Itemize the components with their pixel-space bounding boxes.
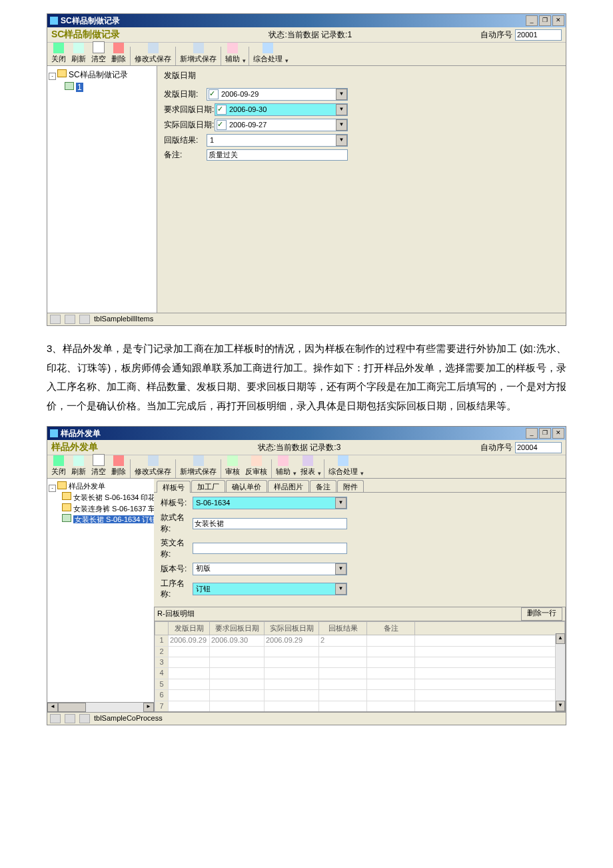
- grid-row[interactable]: 12006.09.292006.09.302006.09.292: [155, 635, 565, 646]
- statusbar: tblSamplebillItems: [47, 313, 566, 325]
- dropdown-icon[interactable]: ▼: [335, 497, 346, 509]
- check-icon[interactable]: [217, 105, 227, 115]
- tab-price[interactable]: 确认单价: [226, 480, 267, 492]
- return-detail-grid: 发版日期 要求回板日期 实际回板日期 回板结果 备注 12006.09.2920…: [154, 621, 566, 712]
- audit-tool[interactable]: 审核: [223, 455, 243, 478]
- grid-row[interactable]: 2: [155, 646, 565, 657]
- col-req-date[interactable]: 要求回板日期: [210, 622, 265, 635]
- actual-return-date-field[interactable]: 2006-09-27▼: [215, 119, 348, 131]
- grid-row[interactable]: 3: [155, 657, 565, 667]
- tree-item[interactable]: 女装长裙 S-06-1634 订钮: [49, 514, 155, 525]
- minimize-button[interactable]: _: [526, 15, 538, 26]
- save-edit-tool[interactable]: 修改式保存: [132, 455, 174, 478]
- tree-child[interactable]: 1: [49, 81, 155, 94]
- tree-root[interactable]: -SC样品制做记录: [49, 69, 155, 81]
- save-new-tool[interactable]: 新增式保存: [177, 455, 219, 478]
- titlebar[interactable]: SC样品制做记录 _ ❐ ✕: [47, 14, 566, 27]
- folder-icon: [57, 481, 67, 489]
- save-new-tool[interactable]: 新增式保存: [177, 43, 219, 65]
- tab-image[interactable]: 样品图片: [268, 480, 309, 492]
- titlebar[interactable]: 样品外发单 _ ❐ ✕: [47, 427, 566, 440]
- remark-field[interactable]: [207, 149, 348, 161]
- eng-name-field[interactable]: [193, 543, 347, 554]
- delete-tool[interactable]: 删除: [109, 43, 129, 65]
- aux-dropdown-icon[interactable]: [293, 467, 298, 478]
- grid-row[interactable]: 6: [155, 690, 565, 701]
- style-name-field[interactable]: [193, 518, 347, 529]
- tab-attach[interactable]: 附件: [337, 480, 364, 492]
- col-issue-date[interactable]: 发版日期: [169, 622, 210, 635]
- unaudit-tool[interactable]: 反审核: [243, 455, 270, 478]
- clear-tool[interactable]: 清空: [89, 454, 109, 478]
- app-icon: [50, 429, 58, 437]
- check-icon[interactable]: [217, 120, 227, 130]
- right-panel: 样板号 加工厂 确认单价 样品图片 备注 附件 样板号:S-06-1634▼ 款…: [154, 479, 566, 712]
- maximize-button[interactable]: ❐: [539, 428, 551, 439]
- tab-factory[interactable]: 加工厂: [191, 480, 225, 492]
- tree-root[interactable]: -样品外发单: [49, 481, 155, 492]
- issue-date-field[interactable]: 2006-09-29▼: [207, 88, 348, 101]
- check-icon[interactable]: [209, 89, 219, 99]
- dropdown-icon[interactable]: ▼: [336, 119, 347, 131]
- save-edit-tool[interactable]: 修改式保存: [132, 43, 174, 65]
- refresh-tool[interactable]: 刷新: [69, 455, 89, 478]
- close-tool[interactable]: 关闭: [49, 455, 69, 478]
- label-sample-no: 样板号:: [161, 497, 193, 509]
- process-name-field[interactable]: 订钮▼: [193, 583, 347, 595]
- label-req-date: 要求回版日期:: [164, 104, 215, 115]
- col-act-date[interactable]: 实际回板日期: [265, 622, 319, 635]
- delete-icon: [113, 43, 124, 53]
- grid-row[interactable]: 8: [155, 711, 565, 712]
- tree-panel: -样品外发单 女装长裙 S-06-1634 印花 女装连身裤 S-06-1637…: [47, 479, 157, 702]
- col-result[interactable]: 回板结果: [319, 622, 367, 635]
- refresh-tool[interactable]: 刷新: [69, 43, 89, 65]
- sample-no-field[interactable]: S-06-1634▼: [193, 497, 347, 509]
- tree-item[interactable]: 女装长裙 S-06-1634 印花: [49, 492, 155, 503]
- statusbar-icon: [79, 714, 90, 723]
- aux-tool[interactable]: 辅助: [223, 43, 243, 65]
- aux-dropdown-icon[interactable]: [243, 55, 247, 65]
- auto-seq-label: 自动序号: [480, 29, 512, 41]
- auto-seq-field[interactable]: [515, 29, 562, 41]
- report-dropdown-icon[interactable]: [318, 467, 322, 478]
- grid-vscrollbar[interactable]: ▲▼: [555, 633, 565, 711]
- grid-header-row: 发版日期 要求回板日期 实际回板日期 回板结果 备注: [155, 622, 565, 635]
- tab-sample-no[interactable]: 样板号: [157, 481, 191, 493]
- dropdown-icon[interactable]: ▼: [336, 135, 347, 146]
- grid-row[interactable]: 5: [155, 679, 565, 689]
- minimize-button[interactable]: _: [526, 428, 538, 439]
- delete-tool[interactable]: 删除: [109, 455, 129, 478]
- grid-row[interactable]: 4: [155, 668, 565, 679]
- folder-icon: [62, 492, 71, 500]
- tree-item[interactable]: 女装连身裤 S-06-1637 车花: [49, 503, 155, 514]
- close-button[interactable]: ✕: [552, 15, 564, 26]
- maximize-button[interactable]: ❐: [539, 15, 551, 26]
- grid-row[interactable]: 7: [155, 701, 565, 711]
- process-dropdown-icon[interactable]: [360, 467, 365, 478]
- auto-seq-field[interactable]: [515, 442, 562, 453]
- process-tool[interactable]: 综合处理: [326, 455, 360, 478]
- tree-hscrollbar[interactable]: ◄►: [47, 702, 154, 712]
- aux-tool[interactable]: 辅助: [273, 455, 293, 478]
- dropdown-icon[interactable]: ▼: [335, 583, 346, 595]
- dropdown-icon[interactable]: ▼: [336, 104, 347, 115]
- delete-row-button[interactable]: 删除一行: [521, 607, 562, 621]
- return-result-field[interactable]: 1▼: [207, 134, 348, 147]
- col-remark[interactable]: 备注: [367, 622, 415, 635]
- dropdown-icon[interactable]: ▼: [335, 563, 346, 575]
- report-tool[interactable]: 报表: [298, 455, 318, 478]
- close-button[interactable]: ✕: [552, 428, 564, 439]
- tab-remark[interactable]: 备注: [310, 480, 336, 492]
- process-tool[interactable]: 综合处理: [251, 43, 285, 65]
- label-eng-name: 英文名称:: [161, 537, 193, 560]
- close-icon: [53, 43, 64, 53]
- dropdown-icon[interactable]: ▼: [336, 89, 347, 100]
- req-return-date-field[interactable]: 2006-09-30▼: [215, 103, 348, 116]
- statusbar-icon: [65, 315, 75, 324]
- folder-icon: [62, 503, 71, 511]
- clear-tool[interactable]: 清空: [89, 41, 109, 65]
- process-dropdown-icon[interactable]: [285, 55, 290, 65]
- close-tool[interactable]: 关闭: [49, 43, 69, 65]
- version-field[interactable]: 初版▼: [193, 563, 347, 575]
- window-title: SC样品制做记录: [61, 15, 526, 27]
